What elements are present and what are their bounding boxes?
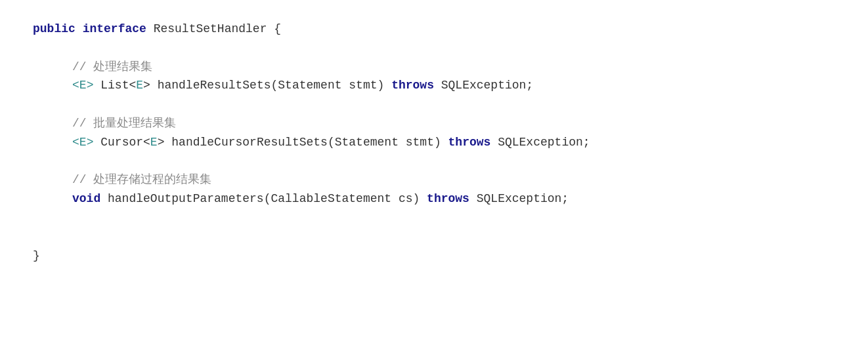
keyword-throws-2: throws	[448, 136, 491, 149]
blank-line-3	[33, 152, 835, 171]
type-param-e-4: E	[150, 136, 158, 149]
type-param-open-1: <	[72, 79, 79, 92]
type-param-close-2: >	[87, 136, 94, 149]
type-param-e-2: E	[136, 79, 143, 92]
type-param-close-1: >	[87, 79, 94, 92]
class-name: ResultSetHandler {	[146, 22, 281, 35]
keyword-interface: interface	[83, 22, 146, 35]
comment-text-2: // 批量处理结果集	[72, 117, 176, 130]
method-sig-1b: > handleResultSets(Statement stmt)	[143, 79, 391, 92]
type-param-open-2: <	[72, 136, 79, 149]
method-sig-2b: > handleCursorResultSets(Statement stmt)	[158, 136, 448, 149]
exception-1: SQLException;	[434, 79, 533, 92]
keyword-throws-3: throws	[427, 192, 469, 205]
comment-text-1: // 处理结果集	[72, 60, 152, 73]
type-param-e-1: E	[79, 79, 87, 92]
keyword-public: public	[33, 22, 76, 35]
blank-line-5	[33, 228, 835, 247]
method-line-3: void handleOutputParameters(CallableStat…	[33, 189, 835, 208]
method-line-2: <E> Cursor<E> handleCursorResultSets(Sta…	[33, 133, 835, 152]
space1	[76, 22, 83, 35]
method-sig-1: List<	[93, 79, 136, 92]
code-block: public interface ResultSetHandler { // 处…	[33, 20, 835, 265]
blank-line-4	[33, 208, 835, 228]
comment-line-3: // 处理存储过程的结果集	[33, 170, 835, 189]
method-sig-2: Cursor<	[93, 136, 150, 149]
keyword-throws-1: throws	[391, 79, 434, 92]
exception-2: SQLException;	[490, 136, 590, 149]
comment-line-1: // 处理结果集	[33, 58, 835, 77]
type-param-e-3: E	[79, 136, 87, 149]
keyword-void: void	[72, 192, 100, 205]
line-class-declaration: public interface ResultSetHandler {	[33, 20, 835, 39]
blank-line-2	[33, 95, 835, 114]
blank-line-1	[33, 39, 835, 58]
method-line-1: <E> List<E> handleResultSets(Statement s…	[33, 76, 835, 95]
method-sig-3: handleOutputParameters(CallableStatement…	[100, 192, 427, 205]
exception-3: SQLException;	[469, 192, 569, 205]
comment-text-3: // 处理存储过程的结果集	[72, 173, 211, 186]
comment-line-2: // 批量处理结果集	[33, 114, 835, 133]
closing-brace: }	[33, 247, 835, 266]
